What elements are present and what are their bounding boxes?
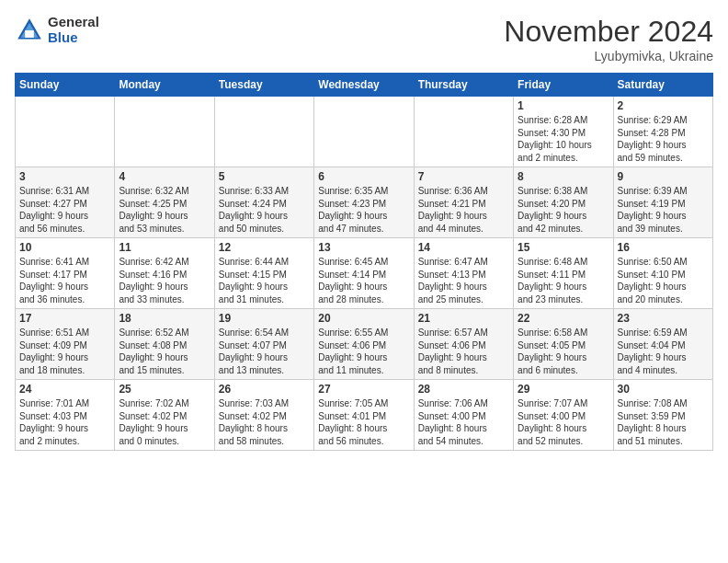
calendar-cell: 24Sunrise: 7:01 AM Sunset: 4:03 PM Dayli…	[16, 380, 115, 451]
calendar-cell: 21Sunrise: 6:57 AM Sunset: 4:06 PM Dayli…	[414, 309, 513, 380]
month-title: November 2024	[504, 15, 713, 49]
day-info: Sunrise: 6:31 AM Sunset: 4:27 PM Dayligh…	[19, 185, 110, 235]
day-info: Sunrise: 6:45 AM Sunset: 4:14 PM Dayligh…	[318, 256, 409, 305]
calendar-cell: 15Sunrise: 6:48 AM Sunset: 4:11 PM Dayli…	[514, 238, 613, 309]
day-info: Sunrise: 6:55 AM Sunset: 4:06 PM Dayligh…	[318, 327, 409, 376]
calendar-cell: 25Sunrise: 7:02 AM Sunset: 4:02 PM Dayli…	[115, 380, 214, 451]
day-number: 6	[318, 170, 409, 183]
day-info: Sunrise: 6:42 AM Sunset: 4:16 PM Dayligh…	[119, 256, 210, 305]
calendar-cell: 28Sunrise: 7:06 AM Sunset: 4:00 PM Dayli…	[414, 380, 513, 451]
day-number: 27	[318, 383, 409, 396]
day-number: 4	[119, 170, 210, 183]
day-info: Sunrise: 7:03 AM Sunset: 4:02 PM Dayligh…	[219, 397, 310, 447]
calendar-cell	[414, 97, 513, 167]
calendar-cell: 16Sunrise: 6:50 AM Sunset: 4:10 PM Dayli…	[613, 238, 712, 309]
calendar-cell	[314, 97, 414, 167]
day-header-tuesday: Tuesday	[214, 74, 313, 97]
day-number: 7	[418, 170, 509, 183]
day-number: 28	[418, 383, 509, 396]
day-number: 13	[318, 241, 409, 254]
day-info: Sunrise: 6:35 AM Sunset: 4:23 PM Dayligh…	[318, 185, 409, 235]
day-info: Sunrise: 7:01 AM Sunset: 4:03 PM Dayligh…	[19, 397, 110, 447]
day-number: 26	[219, 383, 310, 396]
day-header-saturday: Saturday	[613, 74, 712, 97]
calendar-cell	[115, 97, 214, 167]
day-info: Sunrise: 7:08 AM Sunset: 3:59 PM Dayligh…	[618, 397, 709, 447]
day-number: 10	[19, 241, 110, 254]
calendar-cell: 11Sunrise: 6:42 AM Sunset: 4:16 PM Dayli…	[115, 238, 214, 309]
day-info: Sunrise: 6:57 AM Sunset: 4:06 PM Dayligh…	[418, 327, 509, 376]
day-info: Sunrise: 6:50 AM Sunset: 4:10 PM Dayligh…	[618, 256, 709, 305]
calendar-cell: 17Sunrise: 6:51 AM Sunset: 4:09 PM Dayli…	[16, 309, 115, 380]
calendar-cell: 8Sunrise: 6:38 AM Sunset: 4:20 PM Daylig…	[514, 167, 613, 238]
day-info: Sunrise: 6:54 AM Sunset: 4:07 PM Dayligh…	[219, 327, 310, 376]
day-number: 11	[119, 241, 210, 254]
day-number: 14	[418, 241, 509, 254]
calendar-cell: 7Sunrise: 6:36 AM Sunset: 4:21 PM Daylig…	[414, 167, 513, 238]
calendar-cell: 13Sunrise: 6:45 AM Sunset: 4:14 PM Dayli…	[314, 238, 414, 309]
calendar-cell: 20Sunrise: 6:55 AM Sunset: 4:06 PM Dayli…	[314, 309, 414, 380]
calendar-week-row: 24Sunrise: 7:01 AM Sunset: 4:03 PM Dayli…	[16, 380, 713, 451]
calendar-cell: 6Sunrise: 6:35 AM Sunset: 4:23 PM Daylig…	[314, 167, 414, 238]
calendar-cell: 9Sunrise: 6:39 AM Sunset: 4:19 PM Daylig…	[613, 167, 712, 238]
day-info: Sunrise: 6:33 AM Sunset: 4:24 PM Dayligh…	[219, 185, 310, 235]
day-info: Sunrise: 6:51 AM Sunset: 4:09 PM Dayligh…	[19, 327, 110, 376]
logo: General Blue	[15, 15, 99, 45]
day-info: Sunrise: 7:05 AM Sunset: 4:01 PM Dayligh…	[318, 397, 409, 447]
day-number: 20	[318, 312, 409, 325]
calendar-week-row: 17Sunrise: 6:51 AM Sunset: 4:09 PM Dayli…	[16, 309, 713, 380]
day-number: 16	[618, 241, 709, 254]
logo-general-text: General	[48, 15, 99, 30]
calendar-week-row: 10Sunrise: 6:41 AM Sunset: 4:17 PM Dayli…	[16, 238, 713, 309]
calendar-cell: 1Sunrise: 6:28 AM Sunset: 4:30 PM Daylig…	[514, 97, 613, 167]
day-info: Sunrise: 6:41 AM Sunset: 4:17 PM Dayligh…	[19, 256, 110, 305]
day-info: Sunrise: 6:58 AM Sunset: 4:05 PM Dayligh…	[518, 327, 609, 376]
day-info: Sunrise: 7:02 AM Sunset: 4:02 PM Dayligh…	[119, 397, 210, 447]
calendar-cell: 14Sunrise: 6:47 AM Sunset: 4:13 PM Dayli…	[414, 238, 513, 309]
day-number: 24	[19, 383, 110, 396]
day-info: Sunrise: 7:06 AM Sunset: 4:00 PM Dayligh…	[418, 397, 509, 447]
day-number: 22	[518, 312, 609, 325]
day-number: 2	[618, 99, 709, 112]
calendar-cell: 18Sunrise: 6:52 AM Sunset: 4:08 PM Dayli…	[115, 309, 214, 380]
day-number: 29	[518, 383, 609, 396]
calendar-cell: 30Sunrise: 7:08 AM Sunset: 3:59 PM Dayli…	[613, 380, 712, 451]
page: General Blue November 2024 Lyubymivka, U…	[0, 0, 728, 458]
day-info: Sunrise: 6:36 AM Sunset: 4:21 PM Dayligh…	[418, 185, 509, 235]
day-header-monday: Monday	[115, 74, 214, 97]
day-number: 3	[19, 170, 110, 183]
title-area: November 2024 Lyubymivka, Ukraine	[504, 15, 713, 63]
day-info: Sunrise: 7:07 AM Sunset: 4:00 PM Dayligh…	[518, 397, 609, 447]
day-header-sunday: Sunday	[16, 74, 115, 97]
day-number: 9	[618, 170, 709, 183]
day-info: Sunrise: 6:29 AM Sunset: 4:28 PM Dayligh…	[618, 114, 709, 164]
day-info: Sunrise: 6:52 AM Sunset: 4:08 PM Dayligh…	[119, 327, 210, 376]
logo-icon	[15, 16, 44, 45]
day-info: Sunrise: 6:38 AM Sunset: 4:20 PM Dayligh…	[518, 185, 609, 235]
calendar-cell: 26Sunrise: 7:03 AM Sunset: 4:02 PM Dayli…	[214, 380, 313, 451]
day-info: Sunrise: 6:44 AM Sunset: 4:15 PM Dayligh…	[219, 256, 310, 305]
calendar-cell: 4Sunrise: 6:32 AM Sunset: 4:25 PM Daylig…	[115, 167, 214, 238]
day-info: Sunrise: 6:28 AM Sunset: 4:30 PM Dayligh…	[518, 114, 609, 164]
day-header-wednesday: Wednesday	[314, 74, 414, 97]
calendar-week-row: 3Sunrise: 6:31 AM Sunset: 4:27 PM Daylig…	[16, 167, 713, 238]
day-number: 17	[19, 312, 110, 325]
day-number: 5	[219, 170, 310, 183]
calendar-cell: 12Sunrise: 6:44 AM Sunset: 4:15 PM Dayli…	[214, 238, 313, 309]
calendar-cell: 10Sunrise: 6:41 AM Sunset: 4:17 PM Dayli…	[16, 238, 115, 309]
day-number: 15	[518, 241, 609, 254]
day-info: Sunrise: 6:59 AM Sunset: 4:04 PM Dayligh…	[618, 327, 709, 376]
calendar-table: SundayMondayTuesdayWednesdayThursdayFrid…	[15, 73, 713, 451]
day-header-row: SundayMondayTuesdayWednesdayThursdayFrid…	[16, 74, 713, 97]
day-info: Sunrise: 6:48 AM Sunset: 4:11 PM Dayligh…	[518, 256, 609, 305]
calendar-cell: 5Sunrise: 6:33 AM Sunset: 4:24 PM Daylig…	[214, 167, 313, 238]
day-info: Sunrise: 6:39 AM Sunset: 4:19 PM Dayligh…	[618, 185, 709, 235]
calendar-cell	[16, 97, 115, 167]
day-number: 8	[518, 170, 609, 183]
day-number: 1	[518, 99, 609, 112]
day-number: 12	[219, 241, 310, 254]
calendar-cell: 3Sunrise: 6:31 AM Sunset: 4:27 PM Daylig…	[16, 167, 115, 238]
day-number: 23	[618, 312, 709, 325]
calendar-cell: 29Sunrise: 7:07 AM Sunset: 4:00 PM Dayli…	[514, 380, 613, 451]
header: General Blue November 2024 Lyubymivka, U…	[15, 15, 713, 63]
